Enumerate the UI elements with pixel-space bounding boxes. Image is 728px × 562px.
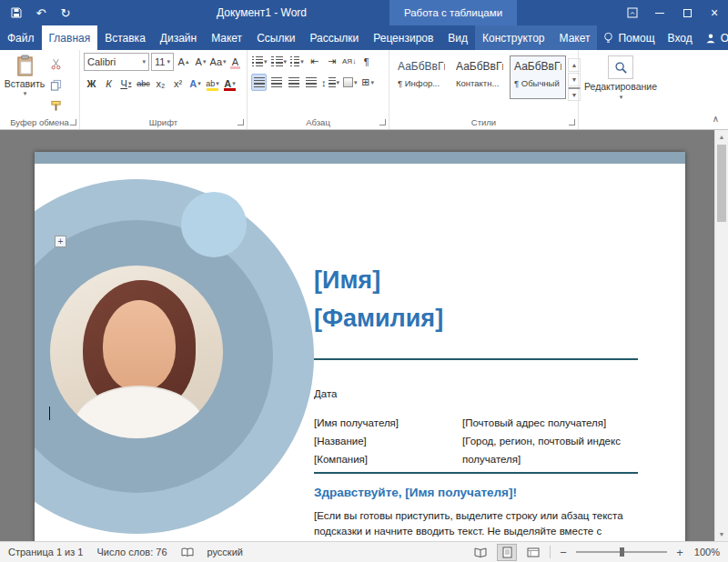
zoom-slider[interactable] <box>576 551 667 553</box>
editing-dropdown[interactable]: Редактирование ▾ <box>582 53 659 101</box>
language-status[interactable]: русский <box>207 547 243 557</box>
minimize-button[interactable] <box>646 0 673 25</box>
word-count-status[interactable]: Число слов: 76 <box>96 547 167 557</box>
address-line: [Почтовый адрес получателя] <box>462 414 644 432</box>
decrease-indent-button[interactable]: ⇤ <box>307 53 322 70</box>
sort-button[interactable]: АЯ↓ <box>341 53 357 70</box>
copy-icon[interactable] <box>48 76 64 94</box>
multilevel-list-button[interactable]: ▾ <box>289 53 305 70</box>
grow-font-button[interactable]: А▴ <box>176 54 191 71</box>
font-size-combo[interactable]: 11▾ <box>151 53 174 71</box>
close-button[interactable]: × <box>701 0 728 25</box>
read-mode-button[interactable] <box>470 544 490 561</box>
shrink-font-button[interactable]: А▾ <box>193 54 208 71</box>
bullets-button[interactable]: ▾ <box>251 53 268 70</box>
recipient-line: [Имя получателя] <box>314 414 462 432</box>
align-center-button[interactable] <box>268 74 284 91</box>
style-card-contact[interactable]: АаБбВвГг, Контактн... <box>451 55 508 99</box>
zoom-percentage[interactable]: 100% <box>693 547 720 557</box>
object-move-handle-icon[interactable]: + <box>55 236 66 247</box>
ribbon-tab-bar: Файл Главная Вставка Дизайн Макет Ссылки… <box>0 25 728 50</box>
increase-indent-button[interactable]: ⇥ <box>324 53 339 70</box>
dropdown-arrow-icon: ▾ <box>620 94 623 101</box>
font-color-button[interactable]: А▾ <box>222 75 238 92</box>
styles-dialog-launcher[interactable] <box>569 119 575 125</box>
scroll-up-arrow-icon[interactable]: ▲ <box>715 130 728 144</box>
profile-photo[interactable] <box>50 266 223 438</box>
paste-button[interactable]: Вставить ▾ <box>4 53 46 115</box>
greeting-heading[interactable]: Здравствуйте, [Имя получателя]! <box>314 486 517 499</box>
styles-group-label: Стили <box>389 117 578 127</box>
tab-layout[interactable]: Макет <box>204 25 249 50</box>
document-page[interactable]: + [Имя] [Фамилия] Дата [Имя получателя] … <box>35 152 685 541</box>
tab-review[interactable]: Рецензиров <box>366 25 440 50</box>
title-bar: ↶ ↻ Документ1 - Word Работа с таблицами … <box>0 0 728 25</box>
clipboard-dialog-launcher[interactable] <box>70 119 76 125</box>
tab-design[interactable]: Дизайн <box>153 25 204 50</box>
status-separator <box>550 546 551 558</box>
print-layout-button[interactable] <box>497 544 517 561</box>
clear-formatting-button[interactable]: А <box>228 54 243 71</box>
share-button[interactable]: Общий доступ <box>699 25 728 50</box>
shading-button[interactable]: ▾ <box>342 74 359 91</box>
tab-file[interactable]: Файл <box>0 25 42 50</box>
tab-view[interactable]: Вид <box>440 25 475 50</box>
italic-button[interactable]: К <box>101 75 116 92</box>
justify-button[interactable] <box>303 74 318 91</box>
tab-table-design[interactable]: Конструктор <box>475 25 551 50</box>
cut-icon[interactable] <box>48 55 64 73</box>
zoom-in-button[interactable]: + <box>673 546 686 559</box>
redo-icon[interactable]: ↻ <box>58 5 73 21</box>
highlight-color-button[interactable]: ab▾ <box>205 75 220 92</box>
tab-mailings[interactable]: Рассылки <box>302 25 366 50</box>
ribbon-display-options-button[interactable] <box>619 0 646 25</box>
page-number-status[interactable]: Страница 1 из 1 <box>8 547 83 557</box>
strikethrough-button[interactable]: abc <box>136 75 151 92</box>
web-layout-button[interactable] <box>523 544 543 561</box>
undo-icon[interactable]: ↶ <box>34 5 48 21</box>
body-paragraph[interactable]: [Если вы готовы приступить, выделите стр… <box>314 508 642 541</box>
signin-button[interactable]: Вход <box>662 25 699 50</box>
underline-button[interactable]: Ч▾ <box>118 75 134 92</box>
tab-insert[interactable]: Вставка <box>97 25 153 50</box>
collapse-ribbon-button[interactable]: ∧ <box>713 114 719 124</box>
style-card-normal[interactable]: АаБбВвГг, ¶ Обычный <box>510 55 566 99</box>
search-icon[interactable] <box>608 55 633 79</box>
font-family-combo[interactable]: Calibri▾ <box>84 53 149 71</box>
format-painter-icon[interactable] <box>48 97 64 115</box>
borders-button[interactable]: ⊞▾ <box>360 74 376 91</box>
change-case-button[interactable]: Аа▾ <box>210 54 226 71</box>
numbering-button[interactable]: ▾ <box>270 53 288 70</box>
save-icon[interactable] <box>9 5 24 21</box>
zoom-slider-thumb[interactable] <box>620 547 624 557</box>
paragraph-dialog-launcher[interactable] <box>379 119 386 125</box>
maximize-button[interactable] <box>673 0 701 25</box>
scrollbar-thumb[interactable] <box>717 145 726 222</box>
paragraph-group: ▾ ▾ ▾ ⇤ ⇥ АЯ↓ ¶ ↕▾ ▾ ⊞▾ Аб <box>248 50 389 129</box>
scroll-down-arrow-icon[interactable]: ▼ <box>715 527 728 541</box>
dropdown-arrow-icon: ▾ <box>167 58 170 65</box>
recipient-block[interactable]: [Имя получателя] [Название] [Компания] [… <box>314 414 644 468</box>
superscript-button[interactable]: х² <box>170 75 186 92</box>
bold-button[interactable]: Ж <box>84 75 99 92</box>
style-card-info[interactable]: АаБбВвГгД ¶ Инфор... <box>393 55 450 99</box>
name-heading[interactable]: [Имя] [Фамилия] <box>314 261 443 337</box>
tab-references[interactable]: Ссылки <box>249 25 302 50</box>
show-marks-button[interactable]: ¶ <box>359 53 374 70</box>
align-left-button[interactable] <box>251 74 267 91</box>
help-button[interactable]: Помощ <box>597 25 661 50</box>
word-window: ↶ ↻ Документ1 - Word Работа с таблицами … <box>0 0 728 562</box>
zoom-out-button[interactable]: − <box>557 546 570 559</box>
tab-home[interactable]: Главная <box>42 25 98 50</box>
proofing-icon[interactable] <box>181 547 194 557</box>
subscript-button[interactable]: х₂ <box>153 75 168 92</box>
recipient-line: [Название] <box>314 432 462 450</box>
paragraph-group-label: Абзац <box>248 117 389 127</box>
tab-table-layout[interactable]: Макет <box>552 25 598 50</box>
font-dialog-launcher[interactable] <box>238 119 244 125</box>
align-right-button[interactable] <box>286 74 301 91</box>
line-spacing-button[interactable]: ↕▾ <box>320 74 340 91</box>
text-effects-button[interactable]: А▾ <box>187 75 203 92</box>
vertical-scrollbar[interactable]: ▲ ▼ <box>714 130 728 541</box>
date-placeholder[interactable]: Дата <box>314 388 337 399</box>
